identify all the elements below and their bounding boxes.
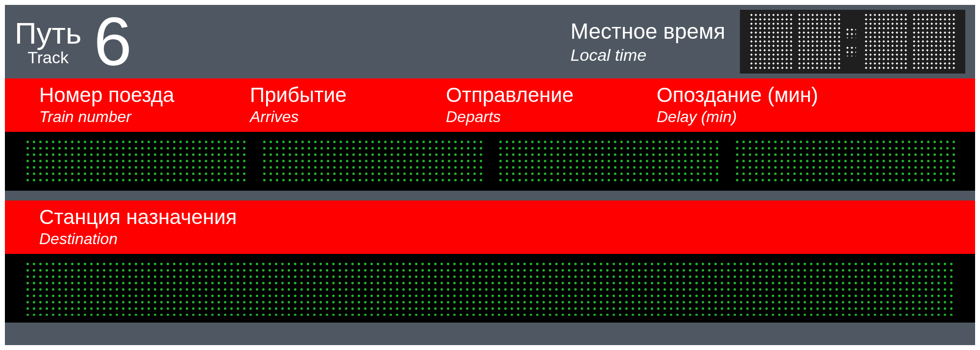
track-block: Путь Track 6 <box>15 7 132 76</box>
clock-digit <box>749 13 793 71</box>
spacer <box>5 191 975 200</box>
col-header-arrives: Прибытие Arrives <box>216 83 412 126</box>
time-labels: Местное время Local time <box>570 19 725 65</box>
col-header-departs: Отправление Departs <box>412 83 622 126</box>
track-labels: Путь Track <box>15 17 81 67</box>
header: Путь Track 6 Местное время Local time <box>5 5 975 78</box>
col-departs-ru: Отправление <box>446 83 622 107</box>
col-header-delay: Опоздание (мин) Delay (min) <box>622 83 858 126</box>
col-delay-ru: Опоздание (мин) <box>657 83 858 107</box>
led-panel-destination <box>24 261 956 316</box>
clock-colon-icon <box>845 13 860 71</box>
col-departs-en: Departs <box>446 108 622 126</box>
led-panel-train <box>24 139 246 184</box>
col-train-en: Train number <box>39 108 216 126</box>
col-header-destination: Станция назначения Destination <box>5 205 975 248</box>
destination-ru: Станция назначения <box>39 205 975 229</box>
led-row-destination <box>5 254 975 323</box>
destination-header-row: Станция назначения Destination <box>5 200 975 254</box>
led-panel-arrives <box>261 139 483 184</box>
led-row-values <box>5 132 975 191</box>
destination-en: Destination <box>39 230 975 248</box>
time-label-en: Local time <box>570 46 725 65</box>
time-label-ru: Местное время <box>570 19 725 44</box>
clock-display <box>740 10 965 74</box>
clock-digit <box>864 13 908 71</box>
departure-board: Путь Track 6 Местное время Local time Но… <box>5 5 975 345</box>
col-header-train: Номер поезда Train number <box>5 83 216 126</box>
track-label-en: Track <box>27 49 69 67</box>
track-number: 6 <box>94 7 132 76</box>
clock-digit <box>797 13 841 71</box>
col-arrives-en: Arrives <box>250 108 412 126</box>
col-arrives-ru: Прибытие <box>250 83 412 107</box>
clock-digit <box>912 13 956 71</box>
track-label-ru: Путь <box>15 17 81 49</box>
col-train-ru: Номер поезда <box>39 83 216 107</box>
led-panel-departs <box>497 139 719 184</box>
columns-header-row: Номер поезда Train number Прибытие Arriv… <box>5 78 975 132</box>
col-delay-en: Delay (min) <box>657 108 858 126</box>
led-panel-delay <box>734 139 956 184</box>
time-block: Местное время Local time <box>570 10 965 74</box>
